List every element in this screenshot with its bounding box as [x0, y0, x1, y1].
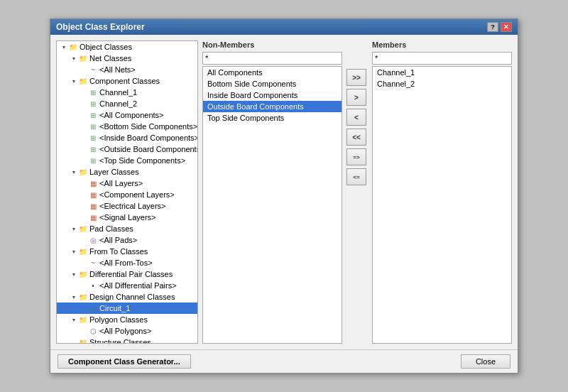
title-close-button[interactable]: ✕	[501, 22, 512, 32]
tree-item-label: <All Polygons>	[99, 327, 151, 335]
tree-item-all-pads[interactable]: ◎<All Pads>	[57, 234, 197, 246]
member-item[interactable]: Channel_1	[373, 67, 511, 78]
dialog-title: Object Class Explorer	[56, 22, 145, 32]
component-icon: ⊞	[88, 87, 98, 97]
tree-expand-icon	[80, 122, 88, 131]
tree-item-label: <Bottom Side Components>	[99, 122, 197, 131]
tree-expand-icon	[80, 304, 88, 312]
tree-item-pad-classes[interactable]: ▼📁Pad Classes	[57, 223, 197, 234]
tree-item-outside-board[interactable]: ⊞<Outside Board Components>	[57, 143, 197, 155]
tree-item-label: <Component Layers>	[99, 190, 175, 199]
object-class-tree[interactable]: ▼📁Object Classes▼📁Net Classes~<All Nets>…	[56, 40, 198, 344]
members-filter[interactable]	[372, 52, 512, 65]
tree-item-label: <All Pads>	[99, 236, 137, 244]
tree-item-diff-pair-classes[interactable]: ▼📁Differential Pair Classes	[57, 268, 197, 280]
tree-expand-icon	[80, 99, 88, 108]
tree-item-channel-2[interactable]: ⊞Channel_2	[57, 98, 197, 109]
tree-item-label: Object Classes	[80, 43, 132, 51]
title-bar: Object Class Explorer ? ✕	[50, 19, 518, 35]
folder-icon: 📁	[78, 167, 88, 177]
tree-expand-icon	[80, 156, 88, 165]
bottom-bar: Component Class Generator... Close	[50, 349, 518, 373]
tree-item-signal-layers[interactable]: ▦<Signal Layers>	[57, 212, 197, 223]
tree-item-electrical-layers[interactable]: ▦<Electrical Layers>	[57, 200, 197, 212]
non-members-filter[interactable]	[202, 52, 342, 65]
tree-item-polygon-classes[interactable]: ▼📁Polygon Classes	[57, 314, 197, 325]
tree-expand-icon	[80, 111, 88, 119]
tree-item-label: Channel_1	[99, 88, 137, 97]
component-icon: ⊞	[88, 144, 98, 154]
folder-icon: 📁	[78, 292, 88, 302]
tree-item-label: Polygon Classes	[89, 315, 148, 324]
folder-icon: 📁	[78, 337, 88, 344]
tree-item-label: <All Nets>	[99, 65, 136, 74]
component-icon: ⊞	[88, 121, 98, 131]
design-icon: ⊡	[88, 303, 98, 313]
tree-item-label: Design Channel Classes	[89, 293, 175, 301]
component-icon: ⊞	[88, 133, 98, 143]
tree-item-channel-1[interactable]: ⊞Channel_1	[57, 87, 197, 98]
tree-item-layer-classes[interactable]: ▼📁Layer Classes	[57, 166, 197, 178]
tree-item-object-classes[interactable]: ▼📁Object Classes	[57, 41, 197, 53]
tree-item-design-channel-classes[interactable]: ▼📁Design Channel Classes	[57, 291, 197, 303]
component-class-generator-button[interactable]: Component Class Generator...	[58, 354, 191, 369]
tree-expand-icon	[80, 327, 88, 335]
tree-expand-icon	[70, 338, 78, 344]
close-button[interactable]: Close	[461, 354, 510, 369]
move-selected-right-button[interactable]: =>	[346, 148, 366, 165]
tree-item-label: <All Differential Pairs>	[99, 281, 177, 290]
tree-item-label: <All From-Tos>	[99, 258, 153, 267]
members-list[interactable]: Channel_1Channel_2	[372, 66, 512, 344]
component-icon: ⊞	[88, 156, 98, 165]
move-selected-left-button[interactable]: <=	[346, 168, 366, 185]
layer-icon: ▦	[88, 178, 98, 188]
non-member-item[interactable]: Bottom Side Components	[203, 78, 342, 89]
tree-item-all-components[interactable]: ⊞<All Components>	[57, 109, 197, 121]
layer-icon: ▦	[88, 190, 98, 200]
folder-icon: 📁	[78, 53, 88, 63]
tree-item-component-layers[interactable]: ▦<Component Layers>	[57, 189, 197, 200]
tree-item-label: <Outside Board Components>	[99, 145, 198, 153]
transfer-buttons: >> > < << => <=	[346, 40, 368, 344]
tree-expand-icon	[80, 65, 88, 74]
tree-item-all-from-tos[interactable]: ~<All From-Tos>	[57, 257, 197, 268]
tree-item-all-nets[interactable]: ~<All Nets>	[57, 64, 197, 75]
non-members-label: Non-Members	[202, 40, 342, 49]
non-members-list[interactable]: All ComponentsBottom Side ComponentsInsi…	[202, 66, 342, 344]
non-member-item[interactable]: Inside Board Components	[203, 89, 342, 101]
tree-expand-icon	[80, 179, 88, 187]
tree-item-label: Channel_2	[99, 99, 137, 108]
tree-expand-icon	[80, 202, 88, 210]
member-item[interactable]: Channel_2	[373, 78, 511, 89]
tree-item-all-polygons[interactable]: ⬡<All Polygons>	[57, 325, 197, 337]
tree-item-label: Circuit_1	[99, 304, 130, 312]
non-member-item[interactable]: Outside Board Components	[203, 101, 342, 112]
tree-item-label: Differential Pair Classes	[89, 270, 173, 278]
layer-icon: ▦	[88, 201, 98, 211]
non-member-item[interactable]: Top Side Components	[203, 112, 342, 124]
move-right-button[interactable]: >	[346, 89, 366, 106]
move-all-right-button[interactable]: >>	[346, 69, 366, 86]
tree-item-inside-board[interactable]: ⊞<Inside Board Components>	[57, 132, 197, 143]
tree-item-bottom-side[interactable]: ⊞<Bottom Side Components>	[57, 121, 197, 132]
tree-item-all-layers[interactable]: ▦<All Layers>	[57, 178, 197, 189]
tree-item-net-classes[interactable]: ▼📁Net Classes	[57, 53, 197, 64]
tree-item-component-classes[interactable]: ▼📁Component Classes	[57, 75, 197, 87]
polygon-icon: ⬡	[88, 326, 98, 336]
members-panel: Members Channel_1Channel_2	[372, 40, 512, 344]
folder-icon: 📁	[78, 76, 88, 86]
tree-item-label: From To Classes	[89, 247, 148, 256]
move-all-left-button[interactable]: <<	[346, 129, 366, 146]
help-button[interactable]: ?	[487, 22, 498, 32]
tree-item-label: Component Classes	[89, 77, 160, 85]
component-icon: ⊞	[88, 110, 98, 120]
non-member-item[interactable]: All Components	[203, 67, 342, 78]
tree-item-circuit-1[interactable]: ⊡Circuit_1	[57, 303, 197, 314]
tree-item-all-diff-pairs[interactable]: •<All Differential Pairs>	[57, 280, 197, 291]
tree-item-top-side[interactable]: ⊞<Top Side Components>	[57, 155, 197, 166]
tree-item-label: <Inside Board Components>	[99, 134, 198, 142]
tree-item-from-to-classes[interactable]: ▼📁From To Classes	[57, 246, 197, 257]
tree-item-structure-classes[interactable]: 📁Structure Classes	[57, 337, 197, 344]
move-left-button[interactable]: <	[346, 109, 366, 126]
tree-expand-icon: ▼	[70, 315, 78, 324]
